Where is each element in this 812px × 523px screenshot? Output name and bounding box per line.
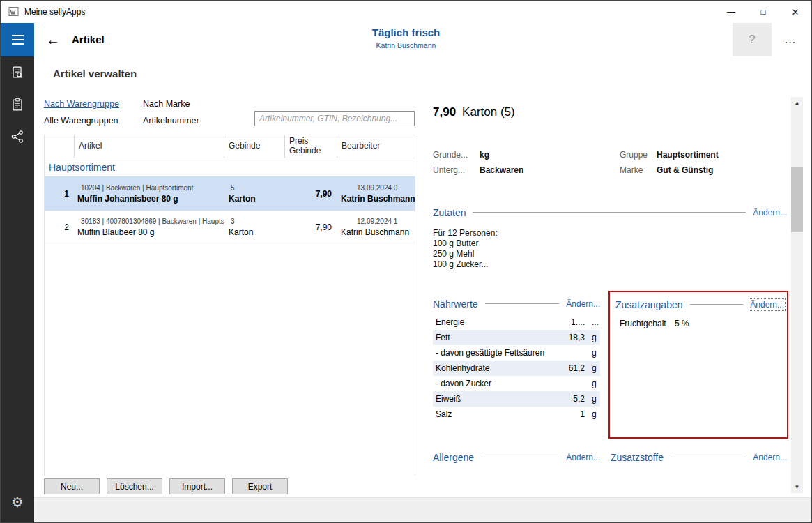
bottom-status-bar <box>34 497 811 522</box>
nutrition-value: 1 <box>553 409 585 419</box>
nutrition-unit: g <box>585 363 600 373</box>
filter-all-warengruppen[interactable]: Alle Warengruppen <box>44 116 118 126</box>
column-index <box>45 135 75 158</box>
nutrition-value: 18,3 <box>553 333 585 342</box>
table-row[interactable]: 2 30183 | 4007801304869 | Backwaren | Ha… <box>45 211 415 243</box>
column-gebinde: Gebinde <box>224 135 285 158</box>
zusatzangaben-label: Fruchtgehalt <box>620 319 675 328</box>
nutrition-row: Salz 1 g <box>433 407 600 422</box>
nutrition-unit: g <box>585 394 600 404</box>
allergene-section-header: Allergene Ändern... <box>433 451 600 463</box>
nutrition-table: Energie 1.... ... Fett 18,3 g - davon ge… <box>433 314 600 422</box>
nutrition-row: Kohlenhydrate 61,2 g <box>433 361 600 376</box>
nutrition-value: 61,2 <box>553 363 585 373</box>
zusatzstoffe-change-link[interactable]: Ändern... <box>753 453 787 462</box>
user-name: Katrin Buschmann <box>1 41 811 50</box>
row-editor: Katrin Buschmann <box>337 194 415 204</box>
section-rule <box>481 457 559 457</box>
article-package: Karton (5) <box>462 105 515 119</box>
article-price: 7,90 <box>433 105 456 119</box>
maximize-button[interactable]: □ <box>747 1 779 23</box>
vertical-scrollbar[interactable]: ▲ ▼ <box>791 97 803 493</box>
column-preis-gebinde: Preis Gebinde <box>285 135 337 158</box>
zusatzangaben-section-header: Zusatzangaben Ändern... <box>615 298 784 310</box>
nutrition-label: Energie <box>433 317 553 327</box>
close-icon: ✕ <box>792 7 799 17</box>
zutaten-section-header: Zutaten Ändern... <box>433 206 787 218</box>
store-block: Täglich frisch Katrin Buschmann <box>1 26 811 50</box>
filter-artikelnummer[interactable]: Artikelnummer <box>143 116 199 126</box>
export-button[interactable]: Export <box>232 478 288 494</box>
hamburger-icon <box>12 39 24 40</box>
base-unit-label: Grunde... <box>433 150 468 160</box>
help-button[interactable]: ? <box>733 23 772 56</box>
app-header: ← Artikel Täglich frisch Katrin Buschman… <box>1 23 811 56</box>
sidebar-item-document-search[interactable] <box>1 56 34 89</box>
nutrition-row: Eiweiß 5,2 g <box>433 391 600 407</box>
zusatzstoffe-title: Zusatzstoffe <box>611 452 664 463</box>
scroll-up-icon[interactable]: ▲ <box>791 97 803 109</box>
app-window: Meine sellyApps — □ ✕ ← Artikel Täglich … <box>0 0 812 523</box>
zusatzangaben-change-link[interactable]: Ändern... <box>750 300 784 310</box>
group-header-hauptsortiment[interactable]: Hauptsortiment <box>45 158 415 176</box>
window-controls: — □ ✕ <box>715 1 811 23</box>
annotation-highlight-box: Zusatzangaben Ändern... Fruchtgehalt 5 % <box>608 291 788 439</box>
article-list: Artikel Gebinde Preis Gebinde Bearbeiter… <box>44 135 415 476</box>
sidebar: ⚙ <box>1 56 34 522</box>
naehrwerte-change-link[interactable]: Ändern... <box>566 299 600 309</box>
section-rule <box>485 303 560 304</box>
zusatzangaben-row: Fruchtgehalt 5 % <box>620 319 689 328</box>
nutrition-unit: g <box>585 409 600 419</box>
zutaten-line: 100 g Zucker... <box>433 259 498 270</box>
sidebar-item-network[interactable] <box>1 121 34 153</box>
nutrition-row: Energie 1.... ... <box>433 314 600 330</box>
scrollbar-thumb[interactable] <box>791 167 803 232</box>
subgroup-value: Backwaren <box>480 165 523 175</box>
minimize-button[interactable]: — <box>715 1 747 23</box>
zusatzstoffe-section-header: Zusatzstoffe Ändern... <box>611 451 787 463</box>
table-row[interactable]: 1 10204 | Backwaren | Hauptsortiment Muf… <box>45 176 415 211</box>
filter-by-warengruppe[interactable]: Nach Warengruppe <box>44 99 119 109</box>
new-button[interactable]: Neu... <box>44 478 100 494</box>
row-package-count: 5 <box>224 184 285 192</box>
section-rule <box>690 304 744 305</box>
import-button[interactable]: Import... <box>169 478 225 494</box>
nutrition-label: Kohlenhydrate <box>433 363 553 373</box>
naehrwerte-section-header: Nährwerte Ändern... <box>433 298 600 310</box>
more-options-button[interactable]: … <box>775 23 806 56</box>
nutrition-value: 1.... <box>553 317 585 327</box>
row-article-name: Muffin Johannisbeer 80 g <box>75 194 224 204</box>
section-rule <box>671 457 746 457</box>
sidebar-item-artikel[interactable] <box>1 89 34 121</box>
row-price: 7,90 <box>316 222 332 232</box>
search-input[interactable] <box>254 111 415 126</box>
nutrition-unit: g <box>585 333 600 342</box>
nutrition-unit: ... <box>585 317 600 327</box>
table-header: Artikel Gebinde Preis Gebinde Bearbeiter <box>45 135 415 158</box>
allergene-change-link[interactable]: Ändern... <box>566 453 600 462</box>
section-title-artikel-verwalten: Artikel verwalten <box>53 68 137 79</box>
nutrition-unit: g <box>585 379 600 388</box>
store-name[interactable]: Täglich frisch <box>1 26 811 38</box>
row-article-name: Muffin Blaubeer 80 g <box>75 227 224 237</box>
delete-button[interactable]: Löschen... <box>107 478 162 494</box>
scroll-down-icon[interactable]: ▼ <box>791 481 803 493</box>
document-search-icon <box>10 65 25 80</box>
row-package-unit: Karton <box>224 227 285 237</box>
section-rule <box>473 212 746 213</box>
minimize-icon: — <box>727 7 735 17</box>
row-index: 1 <box>45 176 75 211</box>
zutaten-line: 100 g Butter <box>433 238 498 249</box>
zusatzangaben-value: 5 % <box>675 319 689 328</box>
clipboard-icon <box>10 97 25 112</box>
filter-by-marke[interactable]: Nach Marke <box>143 99 190 109</box>
row-editor: Katrin Buschmann <box>337 227 415 237</box>
row-package-unit: Karton <box>224 194 285 204</box>
zutaten-text: Für 12 Personen: 100 g Butter 250 g Mehl… <box>433 228 498 270</box>
zutaten-change-link[interactable]: Ändern... <box>753 208 787 218</box>
sidebar-item-settings[interactable]: ⚙ <box>1 486 34 518</box>
zutaten-line: 250 g Mehl <box>433 249 498 259</box>
close-button[interactable]: ✕ <box>779 1 811 23</box>
network-icon <box>10 129 25 144</box>
nutrition-label: - davon gesättigte Fettsäuren <box>433 348 553 358</box>
